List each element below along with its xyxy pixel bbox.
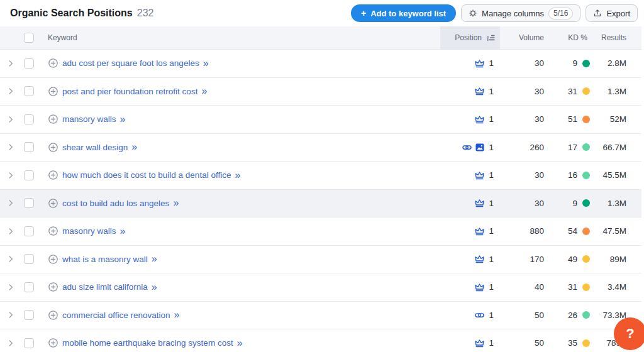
kd-value: 16 bbox=[568, 170, 577, 180]
expand-row-chevron-icon[interactable] bbox=[6, 311, 15, 319]
volume-value: 50 bbox=[535, 311, 544, 320]
expand-row-chevron-icon[interactable] bbox=[6, 255, 15, 263]
kd-value: 31 bbox=[568, 87, 577, 96]
keyword-link[interactable]: what is a masonry wall bbox=[62, 255, 148, 264]
add-keyword-plus-icon[interactable] bbox=[48, 282, 58, 292]
gear-icon bbox=[469, 9, 477, 18]
open-serp-icon[interactable]: » bbox=[173, 198, 179, 208]
results-value: 1.3M bbox=[608, 87, 626, 96]
row-checkbox[interactable] bbox=[24, 282, 34, 292]
results-value: 89M bbox=[610, 255, 626, 264]
keyword-link[interactable]: how much does it cost to build a dental … bbox=[62, 170, 231, 180]
expand-row-chevron-icon[interactable] bbox=[6, 171, 15, 180]
add-to-keyword-list-button[interactable]: + Add to keyword list bbox=[351, 4, 456, 22]
keyword-link[interactable]: commercial office renovation bbox=[62, 311, 170, 320]
keyword-link[interactable]: adu cost per square foot los angeles bbox=[62, 58, 199, 68]
kd-difficulty-dot bbox=[582, 339, 590, 347]
row-checkbox[interactable] bbox=[24, 170, 34, 180]
open-serp-icon[interactable]: » bbox=[203, 58, 209, 69]
volume-value: 30 bbox=[535, 87, 544, 96]
results-column-header[interactable]: Results bbox=[590, 26, 626, 49]
serp-feature-icons bbox=[474, 198, 485, 208]
kd-value: 17 bbox=[568, 143, 577, 152]
expand-row-chevron-icon[interactable] bbox=[6, 115, 15, 124]
keyword-link[interactable]: cost to build adu los angeles bbox=[62, 199, 169, 208]
row-checkbox[interactable] bbox=[24, 198, 34, 208]
add-keyword-plus-icon[interactable] bbox=[48, 114, 58, 124]
keyword-link[interactable]: shear wall design bbox=[62, 143, 128, 152]
manage-columns-button[interactable]: Manage columns 5/16 bbox=[461, 4, 580, 22]
expand-row-chevron-icon[interactable] bbox=[6, 283, 15, 292]
table-row: shear wall design » 1 260 17 66.7M bbox=[0, 134, 641, 162]
row-checkbox[interactable] bbox=[24, 58, 34, 69]
position-column-header[interactable]: Position bbox=[440, 26, 500, 49]
expand-row-chevron-icon[interactable] bbox=[6, 87, 15, 96]
row-checkbox[interactable] bbox=[24, 338, 34, 348]
sitelinks-link-icon bbox=[462, 143, 472, 152]
volume-value: 30 bbox=[535, 58, 544, 68]
add-keyword-plus-icon[interactable] bbox=[48, 198, 58, 209]
add-keyword-plus-icon[interactable] bbox=[48, 86, 58, 97]
serp-feature-icons bbox=[474, 282, 485, 292]
open-serp-icon[interactable]: » bbox=[174, 310, 180, 320]
row-checkbox[interactable] bbox=[24, 310, 34, 320]
kd-value: 31 bbox=[568, 282, 577, 292]
keyword-link[interactable]: mobile home earthquake bracing system co… bbox=[62, 338, 233, 348]
open-serp-icon[interactable]: » bbox=[152, 282, 157, 292]
row-checkbox[interactable] bbox=[24, 226, 34, 236]
table-row: cost to build adu los angeles » 1 30 9 1… bbox=[0, 190, 641, 218]
results-value: 3.4M bbox=[608, 282, 626, 292]
export-button[interactable]: Export bbox=[586, 4, 638, 22]
keyword-link[interactable]: adu size limit california bbox=[62, 282, 148, 292]
open-serp-icon[interactable]: » bbox=[237, 338, 243, 348]
keyword-link[interactable]: mansory walls bbox=[62, 114, 116, 124]
open-serp-icon[interactable]: » bbox=[235, 170, 240, 180]
expand-row-chevron-icon[interactable] bbox=[6, 59, 15, 68]
keyword-column-header: Keyword bbox=[48, 26, 440, 49]
results-value: 66.7M bbox=[602, 143, 626, 152]
row-checkbox[interactable] bbox=[24, 142, 34, 152]
sitelinks-link-icon bbox=[474, 311, 485, 320]
row-checkbox[interactable] bbox=[24, 114, 34, 124]
add-keyword-plus-icon[interactable] bbox=[48, 226, 58, 236]
help-button[interactable]: ? bbox=[614, 317, 644, 350]
table-row: adu size limit california » 1 40 31 3.4M bbox=[0, 273, 641, 302]
kd-difficulty-dot bbox=[582, 143, 590, 151]
add-keyword-plus-icon[interactable] bbox=[48, 142, 58, 153]
open-serp-icon[interactable]: » bbox=[152, 254, 157, 264]
open-serp-icon[interactable]: » bbox=[120, 114, 126, 124]
table-row: masonry walls » 1 880 54 47.5M bbox=[0, 217, 641, 246]
featured-snippet-crown-icon bbox=[474, 226, 485, 236]
open-serp-icon[interactable]: » bbox=[131, 142, 137, 152]
serp-feature-icons bbox=[474, 58, 485, 69]
export-icon bbox=[593, 9, 602, 18]
expand-row-chevron-icon[interactable] bbox=[6, 199, 15, 207]
position-value: 1 bbox=[489, 58, 494, 68]
add-keyword-plus-icon[interactable] bbox=[48, 310, 58, 321]
keyword-link[interactable]: post and pier foundation retrofit cost bbox=[62, 87, 197, 96]
add-keyword-plus-icon[interactable] bbox=[48, 338, 58, 348]
kd-difficulty-dot bbox=[582, 60, 590, 67]
open-serp-icon[interactable]: » bbox=[201, 86, 207, 96]
add-keyword-plus-icon[interactable] bbox=[48, 254, 58, 265]
expand-row-chevron-icon[interactable] bbox=[6, 227, 15, 236]
open-serp-icon[interactable]: » bbox=[120, 226, 126, 236]
volume-column-header[interactable]: Volume bbox=[500, 26, 544, 49]
volume-header-label: Volume bbox=[519, 33, 544, 42]
row-checkbox[interactable] bbox=[24, 86, 34, 96]
volume-value: 30 bbox=[535, 199, 544, 208]
featured-snippet-crown-icon bbox=[474, 198, 485, 208]
help-question-glyph: ? bbox=[626, 326, 634, 342]
add-keyword-plus-icon[interactable] bbox=[48, 170, 58, 180]
keyword-link[interactable]: masonry walls bbox=[62, 226, 116, 236]
select-all-checkbox[interactable] bbox=[24, 33, 34, 43]
position-value: 1 bbox=[489, 338, 494, 348]
expand-row-chevron-icon[interactable] bbox=[6, 339, 15, 348]
featured-snippet-crown-icon bbox=[474, 58, 485, 69]
row-checkbox[interactable] bbox=[24, 254, 34, 264]
serp-feature-icons bbox=[474, 226, 485, 236]
kd-column-header[interactable]: KD % bbox=[544, 26, 590, 49]
add-to-keyword-list-label: Add to keyword list bbox=[370, 9, 446, 18]
add-keyword-plus-icon[interactable] bbox=[48, 58, 58, 69]
expand-row-chevron-icon[interactable] bbox=[6, 143, 15, 151]
